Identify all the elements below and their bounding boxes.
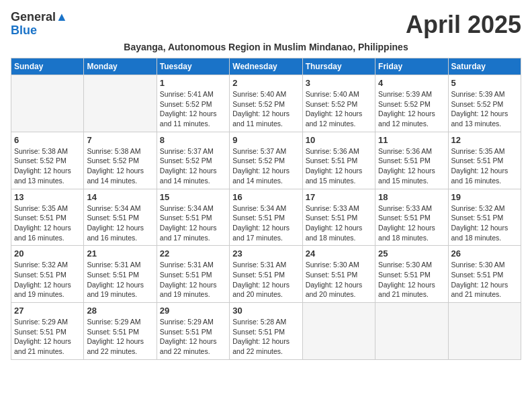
day-number: 3: [306, 78, 372, 88]
calendar-cell: 24Sunrise: 5:30 AMSunset: 5:51 PMDayligh…: [302, 246, 375, 303]
day-info: Sunrise: 5:40 AMSunset: 5:52 PMDaylight:…: [232, 89, 299, 129]
calendar-week-2: 6Sunrise: 5:38 AMSunset: 5:52 PMDaylight…: [11, 132, 521, 189]
calendar-cell: 23Sunrise: 5:31 AMSunset: 5:51 PMDayligh…: [230, 246, 302, 303]
calendar-cell: [375, 303, 448, 360]
day-number: 29: [160, 306, 226, 316]
day-info: Sunrise: 5:28 AMSunset: 5:51 PMDaylight:…: [232, 317, 299, 357]
calendar-week-5: 27Sunrise: 5:29 AMSunset: 5:51 PMDayligh…: [11, 303, 521, 360]
day-info: Sunrise: 5:36 AMSunset: 5:51 PMDaylight:…: [378, 146, 445, 186]
day-number: 17: [306, 192, 372, 202]
calendar-cell: 3Sunrise: 5:40 AMSunset: 5:52 PMDaylight…: [302, 75, 375, 132]
logo-text-general: General▲: [11, 11, 68, 24]
calendar-cell: 21Sunrise: 5:31 AMSunset: 5:51 PMDayligh…: [84, 246, 157, 303]
day-number: 22: [160, 248, 226, 259]
day-info: Sunrise: 5:35 AMSunset: 5:51 PMDaylight:…: [451, 146, 518, 186]
calendar-table: SundayMondayTuesdayWednesdayThursdayFrid…: [11, 58, 521, 360]
calendar-cell: 17Sunrise: 5:33 AMSunset: 5:51 PMDayligh…: [302, 189, 375, 246]
day-number: 24: [306, 248, 372, 259]
calendar-cell: 5Sunrise: 5:39 AMSunset: 5:52 PMDaylight…: [448, 75, 521, 132]
day-number: 15: [160, 192, 226, 202]
day-header-tuesday: Tuesday: [157, 58, 229, 75]
calendar-cell: 12Sunrise: 5:35 AMSunset: 5:51 PMDayligh…: [448, 132, 521, 189]
day-number: 23: [232, 248, 299, 259]
day-number: 21: [87, 248, 153, 259]
calendar-week-4: 20Sunrise: 5:32 AMSunset: 5:51 PMDayligh…: [11, 246, 521, 303]
day-info: Sunrise: 5:29 AMSunset: 5:51 PMDaylight:…: [160, 317, 226, 357]
day-info: Sunrise: 5:34 AMSunset: 5:51 PMDaylight:…: [87, 203, 153, 243]
day-info: Sunrise: 5:37 AMSunset: 5:52 PMDaylight:…: [160, 146, 226, 186]
day-header-saturday: Saturday: [448, 58, 521, 75]
day-header-wednesday: Wednesday: [230, 58, 302, 75]
calendar-cell: 13Sunrise: 5:35 AMSunset: 5:51 PMDayligh…: [11, 189, 84, 246]
day-info: Sunrise: 5:35 AMSunset: 5:51 PMDaylight:…: [14, 203, 81, 243]
day-number: 5: [451, 78, 518, 88]
calendar-cell: 20Sunrise: 5:32 AMSunset: 5:51 PMDayligh…: [11, 246, 84, 303]
calendar-cell: 15Sunrise: 5:34 AMSunset: 5:51 PMDayligh…: [157, 189, 229, 246]
calendar-cell: [11, 75, 84, 132]
calendar-subtitle: Bayanga, Autonomous Region in Muslim Min…: [11, 42, 521, 52]
day-number: 9: [232, 135, 299, 145]
day-info: Sunrise: 5:41 AMSunset: 5:52 PMDaylight:…: [160, 89, 226, 129]
day-info: Sunrise: 5:29 AMSunset: 5:51 PMDaylight:…: [87, 317, 153, 357]
day-info: Sunrise: 5:29 AMSunset: 5:51 PMDaylight:…: [14, 317, 81, 357]
day-info: Sunrise: 5:31 AMSunset: 5:51 PMDaylight:…: [87, 260, 153, 300]
calendar-cell: 6Sunrise: 5:38 AMSunset: 5:52 PMDaylight…: [11, 132, 84, 189]
day-info: Sunrise: 5:34 AMSunset: 5:51 PMDaylight:…: [232, 203, 299, 243]
day-info: Sunrise: 5:33 AMSunset: 5:51 PMDaylight:…: [378, 203, 445, 243]
calendar-cell: 2Sunrise: 5:40 AMSunset: 5:52 PMDaylight…: [230, 75, 302, 132]
day-info: Sunrise: 5:31 AMSunset: 5:51 PMDaylight:…: [232, 260, 299, 300]
day-number: 4: [378, 78, 445, 88]
day-number: 13: [14, 192, 81, 202]
day-info: Sunrise: 5:37 AMSunset: 5:52 PMDaylight:…: [232, 146, 299, 186]
day-number: 20: [14, 248, 81, 259]
calendar-cell: 10Sunrise: 5:36 AMSunset: 5:51 PMDayligh…: [302, 132, 375, 189]
day-info: Sunrise: 5:30 AMSunset: 5:51 PMDaylight:…: [306, 260, 372, 300]
calendar-cell: 14Sunrise: 5:34 AMSunset: 5:51 PMDayligh…: [84, 189, 157, 246]
calendar-cell: 25Sunrise: 5:30 AMSunset: 5:51 PMDayligh…: [375, 246, 448, 303]
day-header-monday: Monday: [84, 58, 157, 75]
day-number: 11: [378, 135, 445, 145]
day-info: Sunrise: 5:40 AMSunset: 5:52 PMDaylight:…: [306, 89, 372, 129]
calendar-cell: 1Sunrise: 5:41 AMSunset: 5:52 PMDaylight…: [157, 75, 229, 132]
day-number: 7: [87, 135, 153, 145]
calendar-cell: 8Sunrise: 5:37 AMSunset: 5:52 PMDaylight…: [157, 132, 229, 189]
logo: General▲ Blue: [11, 11, 68, 38]
day-number: 27: [14, 306, 81, 316]
day-number: 26: [451, 248, 518, 259]
day-number: 2: [232, 78, 299, 88]
day-header-thursday: Thursday: [302, 58, 375, 75]
day-info: Sunrise: 5:34 AMSunset: 5:51 PMDaylight:…: [160, 203, 226, 243]
day-number: 6: [14, 135, 81, 145]
calendar-cell: 22Sunrise: 5:31 AMSunset: 5:51 PMDayligh…: [157, 246, 229, 303]
calendar-cell: 28Sunrise: 5:29 AMSunset: 5:51 PMDayligh…: [84, 303, 157, 360]
page-header: General▲ Blue April 2025: [11, 11, 521, 39]
day-number: 19: [451, 192, 518, 202]
day-header-friday: Friday: [375, 58, 448, 75]
day-info: Sunrise: 5:39 AMSunset: 5:52 PMDaylight:…: [451, 89, 518, 129]
calendar-cell: 29Sunrise: 5:29 AMSunset: 5:51 PMDayligh…: [157, 303, 229, 360]
day-info: Sunrise: 5:30 AMSunset: 5:51 PMDaylight:…: [451, 260, 518, 300]
calendar-cell: [302, 303, 375, 360]
day-number: 10: [306, 135, 372, 145]
day-number: 28: [87, 306, 153, 316]
day-number: 30: [232, 306, 299, 316]
calendar-cell: 18Sunrise: 5:33 AMSunset: 5:51 PMDayligh…: [375, 189, 448, 246]
logo-text-blue: Blue: [11, 24, 68, 38]
day-info: Sunrise: 5:32 AMSunset: 5:51 PMDaylight:…: [14, 260, 81, 300]
calendar-week-1: 1Sunrise: 5:41 AMSunset: 5:52 PMDaylight…: [11, 75, 521, 132]
day-info: Sunrise: 5:38 AMSunset: 5:52 PMDaylight:…: [87, 146, 153, 186]
calendar-cell: 9Sunrise: 5:37 AMSunset: 5:52 PMDaylight…: [230, 132, 302, 189]
calendar-cell: 4Sunrise: 5:39 AMSunset: 5:52 PMDaylight…: [375, 75, 448, 132]
day-number: 14: [87, 192, 153, 202]
day-info: Sunrise: 5:31 AMSunset: 5:51 PMDaylight:…: [160, 260, 226, 300]
calendar-header-row: SundayMondayTuesdayWednesdayThursdayFrid…: [11, 58, 521, 75]
day-info: Sunrise: 5:33 AMSunset: 5:51 PMDaylight:…: [306, 203, 372, 243]
month-title: April 2025: [406, 11, 521, 39]
day-info: Sunrise: 5:39 AMSunset: 5:52 PMDaylight:…: [378, 89, 445, 129]
calendar-cell: 27Sunrise: 5:29 AMSunset: 5:51 PMDayligh…: [11, 303, 84, 360]
day-info: Sunrise: 5:38 AMSunset: 5:52 PMDaylight:…: [14, 146, 81, 186]
day-info: Sunrise: 5:30 AMSunset: 5:51 PMDaylight:…: [378, 260, 445, 300]
calendar-cell: 16Sunrise: 5:34 AMSunset: 5:51 PMDayligh…: [230, 189, 302, 246]
day-header-sunday: Sunday: [11, 58, 84, 75]
day-number: 1: [160, 78, 226, 88]
